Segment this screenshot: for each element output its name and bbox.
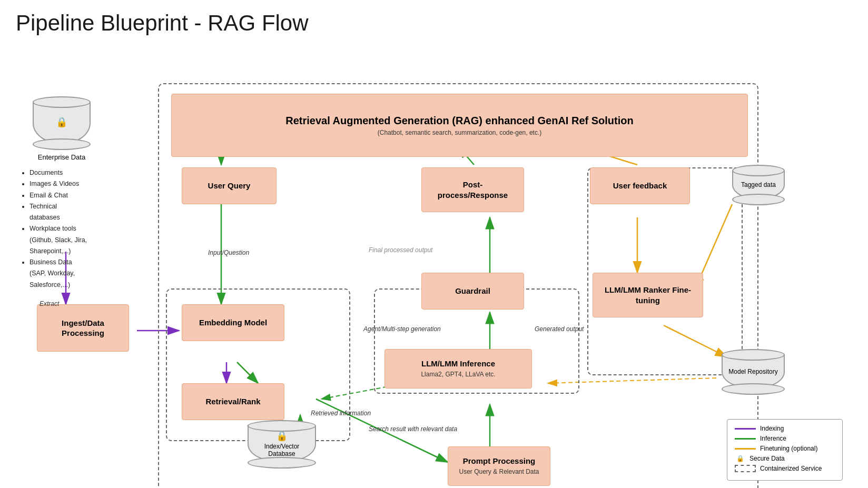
legend-containerized: Containerized Service	[735, 465, 835, 472]
diagram-container: Retrieval Augmented Generation (RAG) enh…	[16, 46, 848, 488]
prompt-label: Prompt Processing	[463, 456, 536, 466]
ingest-box: Ingest/Data Processing	[37, 304, 129, 352]
guardrail-label: Guardrail	[455, 286, 490, 296]
model-repo-cylinder: Model Repository	[722, 349, 785, 395]
user-query-box: User Query	[182, 167, 277, 204]
rag-solution-box: Retrieval Augmented Generation (RAG) enh…	[171, 94, 748, 157]
enterprise-label: Enterprise Data	[38, 153, 85, 161]
prompt-sub: User Query & Relevant Data	[459, 468, 539, 476]
llm-inference-box: LLM/LMM Inference Llama2, GPT4, LLaVA et…	[384, 349, 532, 389]
legend: Indexing Inference Finetuning (optional)…	[727, 419, 843, 481]
shield-icon: 🔒	[56, 116, 67, 128]
enterprise-data-cylinder: 🔒 Enterprise Data	[33, 96, 91, 161]
ingest-label: Ingest/Data Processing	[62, 318, 104, 338]
llm-label: LLM/LMM Inference	[421, 358, 495, 369]
enterprise-data-list: Documents Images & Videos Email & Chat T…	[21, 167, 87, 291]
tagged-data-cylinder: Tagged data	[732, 165, 785, 205]
page-title: Pipeline Blueprint - RAG Flow	[16, 11, 852, 36]
tagged-label: Tagged data	[741, 181, 776, 188]
prompt-processing-box: Prompt Processing User Query & Relevant …	[448, 446, 550, 486]
index-label: Index/Vector Database	[251, 443, 313, 457]
input-question-label: Input/Question	[208, 249, 249, 256]
llm-ranker-box: LLM/LMM Ranker Fine-tuning	[593, 273, 703, 317]
embedding-label: Embedding Model	[199, 317, 267, 328]
retrieval-label: Retrieval/Rank	[205, 396, 260, 407]
embedding-model-box: Embedding Model	[182, 304, 284, 341]
legend-secure: 🔒 Secure Data	[735, 455, 835, 462]
extract-label: Extract	[40, 300, 59, 307]
postprocess-box: Post- process/Response	[421, 167, 524, 212]
retrieved-info-label: Retrieved information	[311, 410, 371, 417]
search-result-label: Search result with relevant data	[369, 425, 457, 433]
legend-indexing: Indexing	[735, 425, 835, 432]
llm-sub: Llama2, GPT4, LLaVA etc.	[421, 371, 495, 379]
agent-multi-label: Agent/Multi-step generation	[363, 325, 441, 333]
guardrail-box: Guardrail	[421, 273, 524, 310]
llm-ranker-label: LLM/LMM Ranker Fine-tuning	[599, 285, 696, 305]
model-repo-label: Model Repository	[728, 368, 777, 375]
legend-inference: Inference	[735, 435, 835, 442]
retrieval-rank-box: Retrieval/Rank	[182, 383, 284, 420]
index-vector-cylinder: 🔒 Index/Vector Database	[248, 420, 316, 469]
rag-sub: (Chatbot, semantic search, summarization…	[378, 129, 541, 137]
shield-icon-2: 🔒	[276, 430, 288, 442]
legend-finetuning: Finetuning (optional)	[735, 445, 835, 452]
user-feedback-box: User feedback	[590, 167, 690, 204]
final-processed-label: Final processed output	[369, 246, 432, 254]
user-query-label: User Query	[208, 181, 251, 191]
user-feedback-label: User feedback	[613, 181, 667, 191]
postprocess-label: Post- process/Response	[428, 180, 517, 200]
generated-output-label: Generated output	[535, 325, 584, 333]
rag-label: Retrieval Augmented Generation (RAG) enh…	[285, 114, 633, 127]
